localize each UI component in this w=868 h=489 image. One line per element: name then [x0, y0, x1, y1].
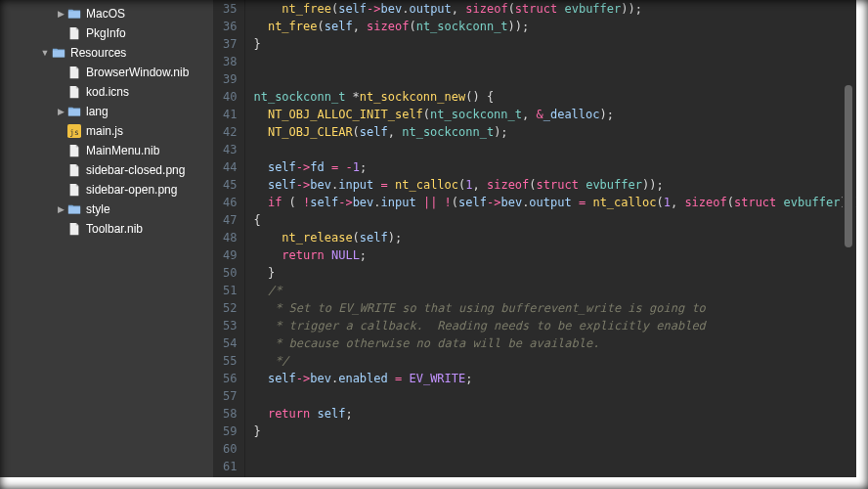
line-number: 35: [223, 0, 237, 18]
line-number: 56: [223, 370, 237, 387]
tree-item-label: PkgInfo: [86, 26, 126, 40]
line-number: 49: [223, 246, 237, 264]
tree-item-label: MainMenu.nib: [86, 144, 159, 157]
disclosure-arrow-icon[interactable]: ▶: [55, 107, 66, 116]
tree-item-label: style: [86, 202, 110, 216]
tree-item-mainmenu-nib[interactable]: MainMenu.nib: [0, 141, 213, 160]
tree-item-style[interactable]: ▶style: [0, 200, 213, 219]
code-line[interactable]: self->fd = -1;: [253, 158, 868, 176]
code-editor[interactable]: 3536373839404142434445464748495051525354…: [213, 0, 868, 489]
tree-item-label: MacOS: [86, 7, 125, 21]
line-number: 54: [223, 334, 237, 352]
window-edge-bottom: [0, 477, 868, 489]
tree-item-label: kod.icns: [86, 85, 129, 99]
folder-icon: [51, 45, 66, 61]
code-line[interactable]: [253, 440, 868, 458]
tree-item-lang[interactable]: ▶lang: [0, 102, 213, 121]
line-number: 50: [223, 264, 237, 282]
folder-icon: [66, 104, 82, 119]
tree-item-resources[interactable]: ▼Resources: [0, 43, 213, 63]
line-number: 59: [223, 422, 237, 440]
line-number: 57: [223, 387, 237, 405]
tree-item-pkginfo[interactable]: PkgInfo: [0, 23, 213, 43]
code-line[interactable]: [253, 458, 868, 475]
tree-item-macos[interactable]: ▶MacOS: [0, 4, 213, 23]
code-line[interactable]: return NULL;: [253, 246, 868, 264]
code-line[interactable]: nt_release(self);: [253, 229, 868, 246]
tree-item-sidebar-closed-png[interactable]: sidebar-closed.png: [0, 160, 213, 180]
code-line[interactable]: }: [253, 35, 868, 53]
disclosure-arrow-icon[interactable]: ▶: [55, 204, 66, 214]
svg-text:js: js: [69, 128, 78, 137]
code-line[interactable]: * Set to EV_WRITE so that using bufferev…: [253, 299, 868, 317]
code-line[interactable]: [253, 387, 868, 405]
code-line[interactable]: nt_sockconn_t *nt_sockconn_new() {: [253, 88, 868, 106]
line-number-gutter: 3536373839404142434445464748495051525354…: [213, 0, 245, 489]
tree-item-label: sidebar-open.png: [86, 183, 177, 197]
code-line[interactable]: }: [253, 422, 868, 440]
line-number: 40: [223, 88, 237, 106]
line-number: 42: [223, 123, 237, 141]
line-number: 53: [223, 317, 237, 334]
document-icon: [66, 84, 82, 100]
line-number: 39: [223, 70, 237, 88]
line-number: 44: [223, 158, 237, 176]
code-line[interactable]: {: [253, 211, 868, 229]
tree-item-kod-icns[interactable]: kod.icns: [0, 82, 213, 102]
window-edge-right: [856, 0, 868, 489]
document-icon: [66, 143, 82, 158]
line-number: 51: [223, 282, 237, 299]
code-line[interactable]: NT_OBJ_CLEAR(self, nt_sockconn_t);: [253, 123, 868, 141]
tree-item-main-js[interactable]: jsmain.js: [0, 121, 213, 141]
code-line[interactable]: self->bev.input = nt_calloc(1, sizeof(st…: [253, 176, 868, 194]
code-line[interactable]: * because otherwise no data will be avai…: [253, 334, 868, 352]
code-line[interactable]: nt_free(self, sizeof(nt_sockconn_t));: [253, 18, 868, 35]
code-line[interactable]: [253, 70, 868, 88]
line-number: 47: [223, 211, 237, 229]
line-number: 48: [223, 229, 237, 246]
tree-item-sidebar-open-png[interactable]: sidebar-open.png: [0, 180, 213, 200]
tree-item-label: lang: [86, 105, 108, 118]
line-number: 38: [223, 53, 237, 70]
folder-icon: [66, 6, 82, 22]
tree-item-label: main.js: [86, 124, 123, 138]
line-number: 52: [223, 299, 237, 317]
file-tree-sidebar[interactable]: ▶MacOSPkgInfo▼ResourcesBrowserWindow.nib…: [0, 0, 213, 489]
line-number: 60: [223, 440, 237, 458]
tree-item-toolbar-nib[interactable]: Toolbar.nib: [0, 219, 213, 239]
disclosure-arrow-icon[interactable]: ▼: [39, 48, 51, 58]
code-area[interactable]: nt_free(self->bev.output, sizeof(struct …: [245, 0, 868, 489]
code-line[interactable]: return self;: [253, 405, 868, 422]
document-icon: [66, 221, 82, 237]
scrollbar-thumb[interactable]: [845, 85, 852, 246]
tree-item-browserwindow-nib[interactable]: BrowserWindow.nib: [0, 63, 213, 82]
js-file-icon: js: [66, 123, 82, 139]
document-icon: [66, 25, 82, 41]
tree-item-label: sidebar-closed.png: [86, 163, 185, 177]
line-number: 43: [223, 141, 237, 158]
line-number: 45: [223, 176, 237, 194]
line-number: 36: [223, 18, 237, 35]
line-number: 55: [223, 352, 237, 370]
code-line[interactable]: /*: [253, 282, 868, 299]
code-line[interactable]: NT_OBJ_ALLOC_INIT_self(nt_sockconn_t, &_…: [253, 106, 868, 123]
line-number: 61: [223, 458, 237, 475]
document-icon: [66, 182, 82, 198]
line-number: 58: [223, 405, 237, 422]
line-number: 41: [223, 106, 237, 123]
code-line[interactable]: self->bev.enabled = EV_WRITE;: [253, 370, 868, 387]
code-line[interactable]: if ( !self->bev.input || !(self->bev.out…: [253, 194, 868, 211]
line-number: 37: [223, 35, 237, 53]
disclosure-arrow-icon[interactable]: ▶: [55, 9, 66, 19]
folder-icon: [66, 201, 82, 217]
vertical-scrollbar[interactable]: [843, 0, 854, 475]
tree-item-label: Resources: [70, 46, 126, 60]
tree-item-label: BrowserWindow.nib: [86, 66, 189, 79]
code-line[interactable]: [253, 141, 868, 158]
code-line[interactable]: }: [253, 264, 868, 282]
code-line[interactable]: [253, 53, 868, 70]
code-line[interactable]: */: [253, 352, 868, 370]
code-line[interactable]: * trigger a callback. Reading needs to b…: [253, 317, 868, 334]
code-line[interactable]: nt_free(self->bev.output, sizeof(struct …: [253, 0, 868, 18]
document-icon: [66, 65, 82, 80]
